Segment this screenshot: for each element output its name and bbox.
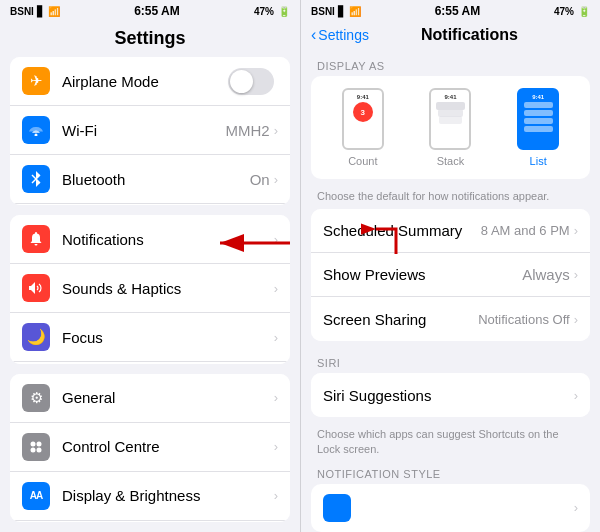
bluetooth-value: On <box>250 171 270 188</box>
sounds-label: Sounds & Haptics <box>62 280 274 297</box>
screensharing-value: Notifications Off <box>478 312 570 327</box>
right-status-left: BSNI ▋ 📶 <box>311 6 361 17</box>
scheduledsummary-chevron: › <box>574 223 578 238</box>
battery-left: 47% <box>254 6 274 17</box>
status-left: BSNI ▋ 📶 <box>10 6 60 17</box>
back-button[interactable]: ‹ Settings <box>311 26 369 44</box>
battery-right: 47% <box>554 6 574 17</box>
focus-label: Focus <box>62 329 274 346</box>
preferences-group: ⚙ General › Control Centre › AA Display … <box>10 374 290 522</box>
sounds-chevron: › <box>274 281 278 296</box>
right-panel: BSNI ▋ 📶 6:55 AM 47% 🔋 ‹ Settings Notifi… <box>300 0 600 532</box>
settings-item-screensharing[interactable]: Screen Sharing Notifications Off › <box>311 297 590 341</box>
battery-icon-right: 🔋 <box>578 6 590 17</box>
app-icon <box>323 494 351 522</box>
list-bar-4 <box>524 126 553 132</box>
list-time: 9:41 <box>532 94 544 100</box>
wifi-value: MMH2 <box>225 122 269 139</box>
bluetooth-icon <box>22 165 50 193</box>
focus-icon: 🌙 <box>22 323 50 351</box>
general-label: General <box>62 389 274 406</box>
app-chevron: › <box>574 500 578 515</box>
settings-item-scheduledsummary[interactable]: Scheduled Summary 8 AM and 6 PM › <box>311 209 590 253</box>
display-option-count[interactable]: 9:41 3 Count <box>342 88 384 167</box>
settings-item-airplane[interactable]: ✈ Airplane Mode <box>10 57 290 106</box>
display-label: Display & Brightness <box>62 487 274 504</box>
display-hint: Choose the default for how notifications… <box>301 185 600 209</box>
scheduledsummary-value: 8 AM and 6 PM <box>481 223 570 238</box>
left-panel: BSNI ▋ 📶 6:55 AM 47% 🔋 Settings ✈ Airpla… <box>0 0 300 532</box>
left-status-bar: BSNI ▋ 📶 6:55 AM 47% 🔋 <box>0 0 300 22</box>
list-label: List <box>530 155 547 167</box>
svg-point-7 <box>31 441 36 446</box>
red-arrow-left <box>215 229 290 257</box>
toggle-knob <box>230 70 253 93</box>
right-status-right: 47% 🔋 <box>554 6 590 17</box>
list-bar-3 <box>524 118 553 124</box>
time-right: 6:55 AM <box>435 4 481 18</box>
red-arrow-right <box>361 209 411 259</box>
connectivity-group: ✈ Airplane Mode Wi-Fi MMH2 › <box>10 57 290 205</box>
display-option-stack[interactable]: 9:41 Stack <box>429 88 471 167</box>
wifi-chevron: › <box>274 123 278 138</box>
general-icon: ⚙ <box>22 384 50 412</box>
list-notifs <box>522 102 554 132</box>
back-label: Settings <box>318 27 369 43</box>
screensharing-label: Screen Sharing <box>323 311 478 328</box>
carrier-right: BSNI <box>311 6 335 17</box>
settings-item-showpreviews[interactable]: Show Previews Always › <box>311 253 590 297</box>
system-group: Notifications › Sounds & Haptics › <box>10 215 290 363</box>
wifi-icon-left: 📶 <box>48 6 60 17</box>
settings-item-homescreen[interactable]: Home Screen › <box>10 521 290 522</box>
settings-item-focus[interactable]: 🌙 Focus › <box>10 313 290 362</box>
stack-time: 9:41 <box>444 94 456 100</box>
list-bar-1 <box>524 102 553 108</box>
count-badge: 3 <box>353 102 373 122</box>
settings-item-controlcentre[interactable]: Control Centre › <box>10 423 290 472</box>
airplane-toggle[interactable] <box>228 68 274 95</box>
settings-item-screentime[interactable]: ⏳ Screen Time › <box>10 362 290 363</box>
back-chevron: ‹ <box>311 26 316 44</box>
wifi-icon <box>22 116 50 144</box>
settings-item-general[interactable]: ⚙ General › <box>10 374 290 423</box>
wifi-icon-right: 📶 <box>349 6 361 17</box>
display-as-label: DISPLAY AS <box>301 52 600 76</box>
notifications-icon <box>22 225 50 253</box>
sirisuggestions-label: Siri Suggestions <box>323 387 574 404</box>
settings-item-sirisuggestions[interactable]: Siri Suggestions › <box>311 373 590 417</box>
showpreviews-chevron: › <box>574 267 578 282</box>
display-option-list[interactable]: 9:41 List <box>517 88 559 167</box>
display-as-container: 9:41 3 Count 9:41 Stack 9:41 <box>311 76 590 179</box>
svg-point-8 <box>37 441 42 446</box>
carrier-left: BSNI <box>10 6 34 17</box>
svg-point-9 <box>31 447 36 452</box>
settings-item-bluetooth[interactable]: Bluetooth On › <box>10 155 290 204</box>
sirisuggestions-chevron: › <box>574 388 578 403</box>
settings-item-display[interactable]: AA Display & Brightness › <box>10 472 290 521</box>
controlcentre-icon <box>22 433 50 461</box>
airplane-label: Airplane Mode <box>62 73 228 90</box>
list-phone: 9:41 <box>517 88 559 150</box>
airplane-icon: ✈ <box>22 67 50 95</box>
display-chevron: › <box>274 488 278 503</box>
showpreviews-label: Show Previews <box>323 266 522 283</box>
settings-item-mobiledata[interactable]: Mobile Data Off › <box>10 204 290 205</box>
app-list-item[interactable]: › <box>311 484 590 532</box>
settings-item-sounds[interactable]: Sounds & Haptics › <box>10 264 290 313</box>
signal-icon: ▋ <box>37 6 45 17</box>
count-phone: 9:41 3 <box>342 88 384 150</box>
left-page-title: Settings <box>0 22 300 57</box>
siri-settings-list: Siri Suggestions › <box>311 373 590 417</box>
count-label: Count <box>348 155 377 167</box>
status-right: 47% 🔋 <box>254 6 290 17</box>
controlcentre-label: Control Centre <box>62 438 274 455</box>
notification-style-label: NOTIFICATION STYLE <box>301 462 600 484</box>
wifi-label: Wi-Fi <box>62 122 225 139</box>
showpreviews-value: Always <box>522 266 570 283</box>
stack-phone: 9:41 <box>429 88 471 150</box>
right-nav: ‹ Settings Notifications <box>301 22 600 52</box>
settings-item-wifi[interactable]: Wi-Fi MMH2 › <box>10 106 290 155</box>
stack-notifs <box>434 102 466 124</box>
list-bar-2 <box>524 110 553 116</box>
stack-label: Stack <box>437 155 465 167</box>
